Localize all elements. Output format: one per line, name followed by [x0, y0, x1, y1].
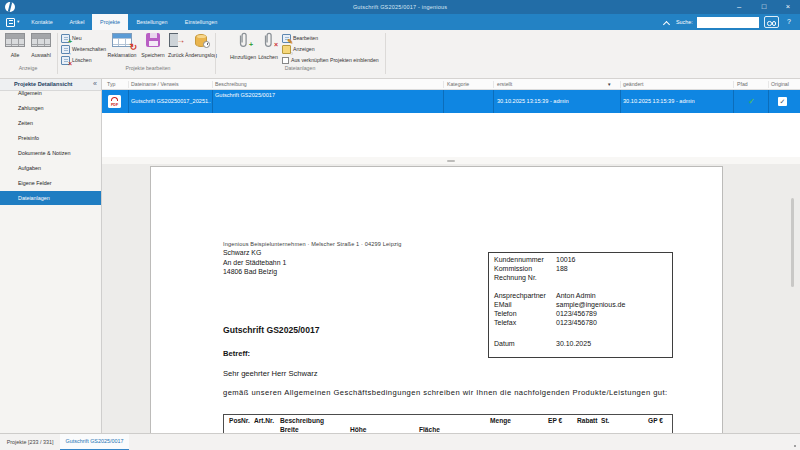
info-value: 188: [556, 265, 568, 272]
minimize-button[interactable]: –: [731, 0, 747, 14]
doc-recipient-city: 14806 Bad Belzig: [223, 268, 277, 275]
sidebar-item-zeiten[interactable]: Zeiten: [0, 116, 101, 130]
search-input[interactable]: [697, 17, 759, 28]
document-page: Ingenious Beispielunternehmen · Melscher…: [150, 166, 723, 433]
doc-col-posnr: PosNr.: [229, 417, 250, 424]
speichern-button[interactable]: Speichern: [139, 32, 167, 58]
info-label: Kommission: [494, 265, 532, 272]
search-binoculars-icon[interactable]: [764, 16, 779, 28]
group-label-dateianlagen: Dateianlagen: [240, 65, 360, 71]
doc-col-gp: GP €: [648, 417, 663, 424]
collapse-ribbon-icon[interactable]: [663, 20, 670, 27]
doc-col-ep: EP €: [548, 417, 562, 424]
col-kategorie[interactable]: Kategorie: [447, 79, 469, 89]
window-title: Gutschrift GS2025/0017 - ingenious: [0, 0, 800, 14]
anlage-loeschen-button[interactable]: × Löschen: [254, 32, 282, 60]
info-value: Anton Admin: [556, 292, 596, 299]
file-created: 30.10.2025 13:15:39 - admin: [497, 90, 569, 114]
app-menu-caret-icon[interactable]: ▾: [17, 14, 19, 30]
path-check-icon: ✓: [735, 90, 768, 113]
anzeigen-button[interactable]: ○Anzeigen: [282, 44, 315, 54]
doc-positions-table: PosNr. Art.Nr. Beschreibung Menge EP € R…: [223, 414, 673, 434]
col-erstellt[interactable]: erstellt: [497, 79, 512, 89]
tab-projekte[interactable]: Projekte [233 / 331]: [0, 434, 60, 450]
paperclip-delete-icon: [261, 32, 275, 49]
sidebar-item-preisinfo[interactable]: Preisinfo: [0, 131, 101, 145]
col-original[interactable]: Original: [771, 79, 789, 89]
sidebar-item-dateianlagen[interactable]: Dateianlagen: [0, 191, 101, 205]
menu-artikel[interactable]: Artikel: [66, 14, 88, 30]
sort-desc-icon[interactable]: ▼: [607, 82, 611, 87]
col-dateiname[interactable]: Dateiname / Verweis: [131, 79, 179, 89]
maximize-button[interactable]: □: [756, 0, 772, 14]
info-label: Ansprechpartner: [494, 292, 546, 299]
grid-icon: [31, 33, 51, 47]
app-window: Gutschrift GS2025/0017 - ingenious – □ ×…: [0, 0, 800, 450]
info-label: Rechnung Nr.: [494, 274, 537, 281]
checkbox-icon[interactable]: [282, 57, 289, 64]
menu-projekte[interactable]: Projekte: [92, 14, 128, 30]
doc-col-menge: Menge: [490, 417, 511, 424]
original-checkbox[interactable]: ✓: [778, 97, 787, 106]
doc-recipient-street: An der Städtebahn 1: [223, 259, 286, 266]
edit-icon: ✎: [282, 34, 291, 43]
tab-gutschrift[interactable]: Gutschrift GS2025/0017: [60, 434, 129, 450]
delete-doc-icon: ×: [61, 56, 70, 65]
menu-einstellungen[interactable]: Einstellungen: [182, 14, 220, 30]
info-value: 30.10.2025: [556, 340, 591, 347]
title-bar: Gutschrift GS2025/0017 - ingenious – □ ×: [0, 0, 800, 14]
doc-salutation: Sehr geehrter Herr Schwarz: [223, 369, 318, 378]
splitter-grip: [447, 160, 455, 162]
auswahl-button[interactable]: Auswahl: [26, 32, 56, 58]
splitter[interactable]: [102, 157, 800, 164]
view-icon: ○: [282, 45, 291, 54]
verknuepfte-checkbox-row[interactable]: Aus verknüpften Projekten einblenden: [282, 55, 379, 65]
col-beschreibung[interactable]: Beschreibung: [215, 79, 247, 89]
sidebar-item-dokumente-notizen[interactable]: Dokumente & Notizen: [0, 146, 101, 160]
group-label-projekte-bearbeiten: Projekte bearbeiten: [88, 65, 208, 71]
loeschen-button[interactable]: ×Löschen: [61, 55, 92, 65]
col-typ[interactable]: Typ: [107, 79, 115, 89]
file-name: Gutschrift GS20250017_20251...: [131, 90, 211, 114]
sidebar-item-zahlungen[interactable]: Zahlungen: [0, 101, 101, 115]
menu-kontakte[interactable]: Kontakte: [28, 14, 56, 30]
forward-doc-icon: →: [61, 45, 70, 54]
sidebar-item-allgemein[interactable]: Allgemein: [0, 86, 101, 100]
weiterschalten-button[interactable]: →Weiterschalten: [61, 44, 106, 54]
info-label: Kundennummer: [494, 256, 544, 263]
sidebar-item-eigene-felder[interactable]: Eigene Felder: [0, 176, 101, 190]
resize-grip: [794, 445, 796, 447]
menu-bestellungen[interactable]: Bestellungen: [134, 14, 170, 30]
sidebar: Projekte Detailansicht « Allgemein Zahlu…: [0, 79, 102, 433]
doc-col-rabatt: Rabatt: [577, 417, 598, 424]
new-doc-icon: +: [61, 34, 70, 43]
info-value: 10016: [556, 256, 575, 263]
help-button[interactable]: ?: [783, 14, 795, 30]
paperclip-add-icon: [236, 32, 250, 49]
file-description: Gutschrift GS2025/0017: [215, 92, 275, 98]
info-label: Telefon: [494, 310, 517, 317]
group-label-anzeige: Anzeige: [0, 65, 88, 71]
file-modified: 30.10.2025 13:15:39 - admin: [623, 90, 695, 114]
doc-col-beschreibung: Beschreibung: [280, 417, 324, 424]
doc-subject-label: Betreff:: [223, 349, 250, 358]
preview-pane: Ingenious Beispielunternehmen · Melscher…: [102, 164, 800, 433]
col-geaendert[interactable]: geändert: [623, 79, 643, 89]
sidebar-item-aufgaben[interactable]: Aufgaben: [0, 161, 101, 175]
doc-title: Gutschrift GS2025/0017: [223, 325, 320, 335]
aenderungslog-button[interactable]: Änderungslog: [179, 32, 223, 58]
reklamation-button[interactable]: ↻ Reklamation: [104, 32, 140, 58]
doc-col-hoehe: Höhe: [350, 426, 366, 433]
doc-info-box: Kundennummer10016 Kommission188 Rechnung…: [488, 252, 673, 358]
close-button[interactable]: ×: [780, 0, 796, 14]
col-pfad[interactable]: Pfad: [737, 79, 748, 89]
neu-button[interactable]: +Neu: [61, 33, 82, 43]
doc-col-artnr: Art.Nr.: [254, 417, 274, 424]
preview-scrollbar[interactable]: [791, 198, 794, 287]
info-label: EMail: [494, 301, 512, 308]
app-menu-icon[interactable]: [6, 18, 15, 27]
search-label: Suche:: [676, 14, 693, 30]
file-row-selected[interactable]: PDF Gutschrift GS20250017_20251... Gutsc…: [102, 90, 800, 114]
bearbeiten-button[interactable]: ✎Bearbeiten: [282, 33, 318, 43]
doc-sender-line: Ingenious Beispielunternehmen · Melscher…: [223, 241, 402, 247]
